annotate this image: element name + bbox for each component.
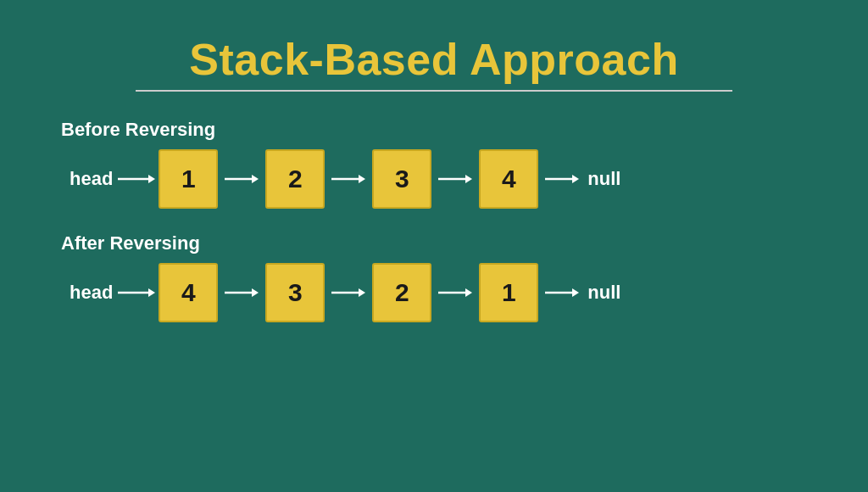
head-arrow-after (118, 284, 155, 301)
after-node-2: 2 (372, 263, 431, 322)
svg-marker-17 (465, 288, 472, 297)
svg-marker-3 (252, 175, 259, 183)
page-title: Stack-Based Approach (61, 34, 807, 85)
arrow-3-4-before (438, 171, 472, 187)
svg-marker-1 (148, 175, 155, 183)
after-head-label: head (70, 282, 113, 304)
svg-marker-15 (359, 288, 365, 297)
before-node-1: 1 (159, 149, 218, 209)
svg-marker-13 (252, 288, 259, 297)
before-null-label: null (587, 168, 620, 190)
svg-marker-11 (148, 288, 155, 297)
svg-marker-9 (572, 175, 579, 183)
arrow-1-2-before (225, 171, 259, 187)
before-list-row: head 1 2 3 (70, 149, 620, 209)
arrow-2-1-after (438, 284, 472, 301)
after-label: After Reversing (61, 232, 200, 254)
title-section: Stack-Based Approach (61, 34, 807, 92)
arrow-1-null-after (545, 284, 579, 301)
slide-container: Stack-Based Approach Before Reversing he… (27, 17, 841, 475)
arrow-3-2-after (331, 284, 365, 301)
before-node-3: 3 (372, 149, 431, 209)
after-node-3: 3 (265, 263, 325, 322)
svg-marker-19 (572, 288, 579, 297)
after-node-4: 4 (159, 263, 218, 322)
before-node-2: 2 (265, 149, 325, 209)
after-node-1: 1 (479, 263, 538, 322)
arrow-4-null-before (545, 171, 579, 187)
before-node-4: 4 (479, 149, 538, 209)
arrow-2-3-before (331, 171, 365, 187)
head-arrow-before (118, 171, 155, 187)
before-label: Before Reversing (61, 119, 215, 141)
after-null-label: null (587, 282, 620, 304)
before-head-label: head (70, 168, 113, 190)
title-underline (136, 90, 732, 92)
svg-marker-5 (359, 175, 365, 183)
arrow-4-3-after (225, 284, 259, 301)
after-list-row: head 4 3 2 (70, 263, 620, 322)
svg-marker-7 (465, 175, 472, 183)
